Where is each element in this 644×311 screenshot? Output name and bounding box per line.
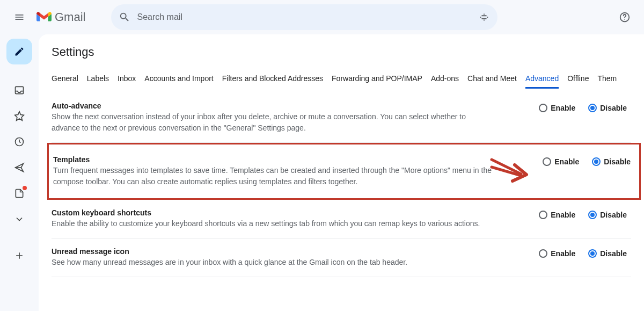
send-icon — [14, 162, 25, 173]
setting-controls: EnableDisable — [539, 247, 631, 258]
tab-them[interactable]: Them — [597, 70, 617, 89]
tab-add-ons[interactable]: Add-ons — [431, 70, 459, 89]
chevron-down-icon — [14, 214, 25, 225]
disable-radio[interactable]: Disable — [588, 249, 627, 258]
star-icon — [14, 111, 25, 121]
radio-label: Enable — [551, 249, 575, 258]
nav-drafts[interactable] — [9, 185, 30, 202]
search-input[interactable] — [137, 12, 472, 22]
setting-description: Turn frequent messages into templates to… — [53, 165, 493, 187]
setting-row-templates: TemplatesTurn frequent messages into tem… — [47, 143, 641, 200]
settings-list: Auto-advanceShow the next conversation i… — [52, 93, 644, 277]
radio-circle-icon — [543, 157, 551, 166]
enable-radio[interactable]: Enable — [539, 104, 575, 112]
setting-row-custom-keyboard-shortcuts: Custom keyboard shortcutsEnable the abil… — [52, 200, 631, 238]
radio-circle-icon — [539, 104, 547, 112]
search-bar[interactable] — [111, 4, 497, 30]
radio-label: Enable — [551, 211, 575, 219]
nav-inbox[interactable] — [9, 82, 30, 99]
enable-radio[interactable]: Enable — [539, 211, 575, 219]
setting-controls: EnableDisable — [543, 155, 635, 166]
setting-controls: EnableDisable — [539, 102, 631, 112]
radio-label: Disable — [600, 249, 627, 258]
radio-circle-icon — [592, 157, 601, 166]
nav-snoozed[interactable] — [9, 133, 30, 150]
setting-row-auto-advance: Auto-advanceShow the next conversation i… — [52, 93, 631, 143]
plus-icon — [14, 250, 25, 261]
setting-controls: EnableDisable — [539, 208, 631, 219]
disable-radio[interactable]: Disable — [588, 211, 627, 219]
nav-more[interactable] — [9, 211, 30, 228]
tab-labels[interactable]: Labels — [87, 70, 109, 89]
main-menu-button[interactable] — [9, 6, 30, 28]
enable-radio[interactable]: Enable — [543, 157, 579, 166]
radio-label: Disable — [604, 157, 631, 166]
setting-description: Enable the ability to customize your key… — [52, 218, 492, 229]
radio-label: Disable — [600, 104, 627, 112]
setting-row-unread-message-icon: Unread message iconSee how many unread m… — [52, 238, 631, 277]
settings-panel: Settings GeneralLabelsInboxAccounts and … — [39, 34, 644, 311]
annotation-arrow-icon — [489, 155, 532, 187]
page-title: Settings — [52, 45, 644, 59]
radio-circle-icon — [588, 249, 597, 258]
search-icon — [119, 11, 130, 23]
tab-accounts-and-import[interactable]: Accounts and Import — [144, 70, 213, 89]
nav-new-label[interactable] — [9, 247, 30, 264]
draft-icon — [14, 188, 25, 199]
radio-label: Enable — [554, 157, 579, 166]
hamburger-icon — [14, 12, 25, 23]
radio-circle-icon — [588, 104, 597, 112]
tab-filters-and-blocked-addresses[interactable]: Filters and Blocked Addresses — [222, 70, 323, 89]
tab-inbox[interactable]: Inbox — [118, 70, 136, 89]
search-options-icon[interactable] — [478, 11, 490, 23]
support-button[interactable] — [614, 6, 635, 28]
tab-general[interactable]: General — [52, 70, 78, 89]
inbox-icon — [14, 85, 25, 96]
enable-radio[interactable]: Enable — [539, 249, 575, 258]
radio-circle-icon — [539, 211, 547, 219]
tab-chat-and-meet[interactable]: Chat and Meet — [467, 70, 517, 89]
disable-radio[interactable]: Disable — [588, 104, 627, 112]
radio-label: Enable — [551, 104, 575, 112]
tab-forwarding-and-pop-imap[interactable]: Forwarding and POP/IMAP — [332, 70, 422, 89]
gmail-logo[interactable]: Gmail — [36, 10, 85, 24]
svg-point-1 — [624, 19, 625, 20]
setting-title: Unread message icon — [52, 247, 492, 256]
gmail-logo-icon — [36, 11, 52, 23]
nav-sent[interactable] — [9, 159, 30, 176]
compose-button[interactable] — [6, 39, 32, 64]
setting-description: See how many unread messages are in your… — [52, 257, 492, 268]
clock-icon — [14, 136, 25, 147]
radio-label: Disable — [600, 211, 627, 219]
disable-radio[interactable]: Disable — [592, 157, 631, 166]
app-header: Gmail — [0, 0, 644, 34]
setting-title: Custom keyboard shortcuts — [52, 208, 492, 217]
tab-advanced[interactable]: Advanced — [525, 70, 559, 89]
nav-starred[interactable] — [9, 107, 30, 125]
setting-title: Auto-advance — [52, 102, 492, 110]
setting-title: Templates — [53, 155, 493, 164]
tab-offline[interactable]: Offline — [567, 70, 589, 89]
help-icon — [619, 11, 631, 23]
settings-tabs: GeneralLabelsInboxAccounts and ImportFil… — [52, 70, 644, 89]
pencil-icon — [14, 46, 25, 57]
gmail-logo-text: Gmail — [55, 10, 85, 24]
radio-circle-icon — [539, 249, 547, 258]
radio-circle-icon — [588, 211, 597, 219]
left-sidebar — [0, 34, 39, 311]
setting-description: Show the next conversation instead of yo… — [52, 111, 492, 134]
